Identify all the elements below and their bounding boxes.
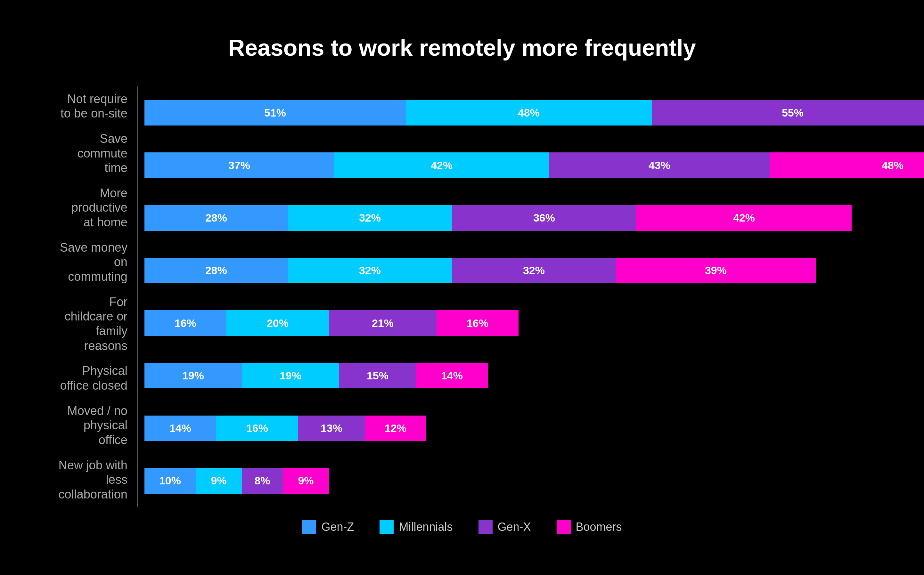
legend-label-genx: Gen-X <box>498 520 531 534</box>
legend-label-boomer: Boomers <box>576 520 622 534</box>
chart-body: Not require to be on-siteSave commute ti… <box>59 86 866 507</box>
bar-segment-millen: 48% <box>406 100 652 125</box>
bar-row: 16%20%21%16% <box>145 309 924 337</box>
legend-label-millen: Millennials <box>399 520 453 534</box>
y-label: Physical office closed <box>59 364 127 393</box>
bar-segment-millen: 16% <box>216 416 298 441</box>
bar-segment-genz: 28% <box>145 258 288 283</box>
bar-row: 28%32%36%42% <box>145 203 924 232</box>
bar-segment-genz: 37% <box>145 152 334 178</box>
bar-segment-genx: 32% <box>452 258 616 283</box>
bar-segment-genx: 43% <box>549 152 770 178</box>
legend-item-boomer: Boomers <box>557 520 622 534</box>
legend-label-genz: Gen-Z <box>321 520 354 534</box>
bar-segment-boomer: 12% <box>365 416 426 441</box>
bar-segment-boomer: 14% <box>416 363 488 388</box>
y-labels: Not require to be on-siteSave commute ti… <box>59 86 137 507</box>
bar-segment-millen: 32% <box>288 205 452 231</box>
chart-title: Reasons to work remotely more frequently <box>228 35 696 61</box>
chart-container: Reasons to work remotely more frequently… <box>46 15 878 560</box>
bar-segment-millen: 9% <box>196 468 242 494</box>
legend-item-genx: Gen-X <box>479 520 531 534</box>
bar-segment-genx: 21% <box>329 310 437 336</box>
bar-segment-genx: 13% <box>298 416 365 441</box>
bar-segment-millen: 19% <box>242 363 339 388</box>
bar-row: 10%9%8%9% <box>145 467 924 495</box>
y-label: More productive at home <box>59 186 127 230</box>
bar-segment-millen: 42% <box>334 152 549 178</box>
bar-segment-boomer: 39% <box>616 258 816 283</box>
legend-swatch-genz <box>302 520 316 534</box>
legend-swatch-genx <box>479 520 493 534</box>
bar-segment-boomer: 9% <box>283 468 329 494</box>
bar-segment-boomer: 16% <box>437 310 518 336</box>
bar-segment-genx: 36% <box>452 205 636 231</box>
bar-segment-boomer: 42% <box>636 205 852 231</box>
legend-item-genz: Gen-Z <box>302 520 354 534</box>
bar-row: 28%32%32%39% <box>145 256 924 285</box>
bar-row: 37%42%43%48% <box>145 151 924 179</box>
bar-segment-genz: 51% <box>145 100 406 125</box>
y-label: For childcare or family reasons <box>59 295 127 353</box>
bar-segment-genz: 16% <box>145 310 226 336</box>
bar-segment-genx: 15% <box>339 363 416 388</box>
bar-segment-genz: 10% <box>145 468 196 494</box>
bar-segment-genz: 19% <box>145 363 242 388</box>
bar-segment-boomer: 48% <box>770 152 924 178</box>
bar-segment-genx: 55% <box>652 100 924 125</box>
legend-item-millen: Millennials <box>380 520 453 534</box>
legend: Gen-ZMillennialsGen-XBoomers <box>302 520 622 534</box>
legend-swatch-millen <box>380 520 394 534</box>
y-label: Save commute time <box>59 132 127 175</box>
bar-row: 14%16%13%12% <box>145 414 924 443</box>
bar-segment-genz: 14% <box>145 416 216 441</box>
bar-segment-genz: 28% <box>145 205 288 231</box>
bar-segment-millen: 20% <box>226 310 329 336</box>
y-label: Moved / no physical office <box>59 404 127 448</box>
bar-row: 51%48%55%51% <box>145 98 924 127</box>
y-label: Not require to be on-site <box>59 92 127 121</box>
y-label: New job with less collaboration <box>59 458 127 502</box>
bar-row: 19%19%15%14% <box>145 361 924 390</box>
bar-segment-millen: 32% <box>288 258 452 283</box>
y-label: Save money on commuting <box>59 240 127 284</box>
bar-segment-genx: 8% <box>242 468 283 494</box>
legend-swatch-boomer <box>557 520 571 534</box>
bars-area: 51%48%55%51%37%42%43%48%28%32%36%42%28%3… <box>137 86 924 507</box>
